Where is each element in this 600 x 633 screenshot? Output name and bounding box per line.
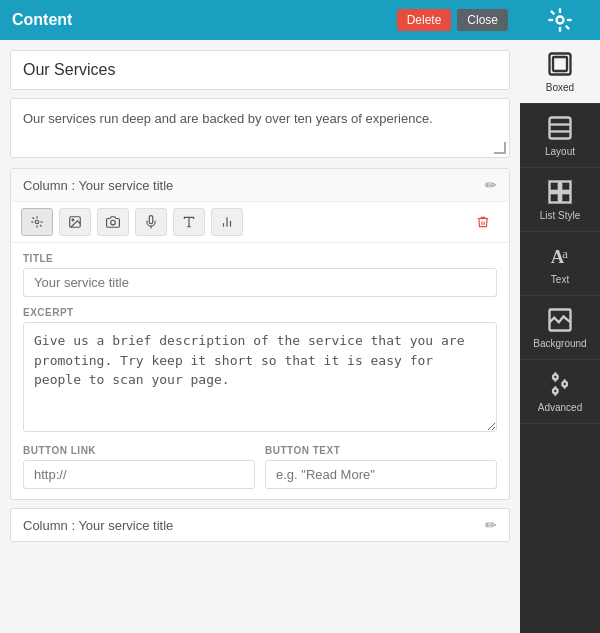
button-link-field: BUTTON LINK [23,445,255,489]
column1-section: Column : Your service title ✏ [10,168,510,500]
sidebar-item-boxed[interactable]: Boxed [520,40,600,104]
toolbar-chart-btn[interactable] [211,208,243,236]
svg-point-8 [72,219,74,221]
sidebar-text-label: Text [551,274,569,285]
svg-point-35 [553,375,558,380]
close-button[interactable]: Close [457,9,508,31]
excerpt-label: EXCERPT [23,307,497,318]
column1-header: Column : Your service title ✏ [11,169,509,202]
column2-header: Column : Your service title ✏ [11,509,509,541]
toolbar-text-btn[interactable] [173,208,205,236]
toolbar-mic-btn[interactable] [135,208,167,236]
svg-line-4 [40,225,42,227]
header-title: Content [12,11,72,29]
toolbar-image-btn[interactable] [59,208,91,236]
svg-text:a: a [562,247,568,261]
svg-point-0 [35,220,39,224]
title-label: TITLE [23,253,497,264]
svg-rect-28 [550,182,559,191]
description-text: Our services run deep and are backed by … [23,111,433,126]
title-input[interactable] [23,268,497,297]
toolbar-settings-btn[interactable] [21,208,53,236]
column2-title: Column : Your service title [23,518,173,533]
button-text-field: BUTTON TEXT [265,445,497,489]
column2-section: Column : Your service title ✏ [10,508,510,542]
svg-point-9 [111,220,116,225]
svg-point-38 [562,382,567,387]
svg-rect-25 [550,118,571,139]
sidebar-item-list-style[interactable]: List Style [520,168,600,232]
sidebar-background-label: Background [533,338,586,349]
main-title: Our Services [10,50,510,90]
sidebar-item-text[interactable]: A a Text [520,232,600,296]
svg-rect-24 [553,57,567,71]
column1-edit-icon[interactable]: ✏ [485,177,497,193]
delete-button[interactable]: Delete [397,9,452,31]
toolbar-delete-btn[interactable] [467,208,499,236]
right-sidebar: Boxed Layout List Style A a Text [520,0,600,633]
toolbar-camera-btn[interactable] [97,208,129,236]
button-text-input[interactable] [265,460,497,489]
sidebar-list-style-label: List Style [540,210,581,221]
svg-point-41 [553,389,558,394]
sidebar-boxed-label: Boxed [546,82,574,93]
button-link-label: BUTTON LINK [23,445,255,456]
sidebar-item-layout[interactable]: Layout [520,104,600,168]
button-text-label: BUTTON TEXT [265,445,497,456]
button-fields: BUTTON LINK BUTTON TEXT [23,445,497,489]
content-area: Our Services Our services run deep and a… [0,40,520,633]
sidebar-advanced-label: Advanced [538,402,582,413]
sidebar-layout-label: Layout [545,146,575,157]
column1-title: Column : Your service title [23,178,173,193]
svg-line-3 [32,217,34,219]
svg-line-19 [551,11,554,14]
svg-rect-29 [561,182,570,191]
main-panel: Content Delete Close Our Services Our se… [0,0,520,633]
description-box: Our services run deep and are backed by … [10,98,510,158]
sidebar-item-background[interactable]: Background [520,296,600,360]
header: Content Delete Close [0,0,520,40]
column1-fields: TITLE EXCERPT Give us a brief descriptio… [11,243,509,499]
sidebar-top-icon [520,0,600,40]
column1-toolbar [11,202,509,243]
header-buttons: Delete Close [397,9,508,31]
button-link-input[interactable] [23,460,255,489]
sidebar-item-advanced[interactable]: Advanced [520,360,600,424]
svg-rect-31 [561,193,570,202]
svg-line-20 [566,26,569,29]
svg-point-16 [557,17,564,24]
excerpt-textarea[interactable]: Give us a brief description of the servi… [23,322,497,432]
column2-edit-icon[interactable]: ✏ [485,517,497,533]
svg-rect-30 [550,193,559,202]
